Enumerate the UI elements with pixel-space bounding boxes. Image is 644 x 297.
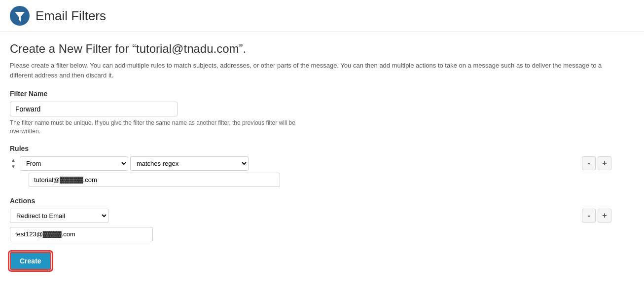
create-button[interactable]: Create	[10, 252, 51, 270]
filter-name-label: Filter Name	[10, 90, 621, 98]
actions-row: Redirect to Email Deliver to Folder Dele…	[10, 209, 582, 223]
filter-name-hint: The filter name must be unique. If you g…	[10, 119, 306, 136]
page-title: Create a New Filter for “tutorial@tnadu.…	[10, 42, 621, 56]
rules-minus-button[interactable]: -	[582, 156, 596, 170]
main-content: Create a New Filter for “tutorial@tnadu.…	[0, 32, 631, 285]
rules-arrow-down[interactable]: ▼	[10, 163, 17, 170]
action-type-select[interactable]: Redirect to Email Deliver to Folder Dele…	[10, 209, 108, 223]
filter-icon	[10, 6, 30, 26]
rule-selects: From To Subject Body Any Header matches …	[20, 156, 249, 171]
actions-label: Actions	[10, 197, 621, 205]
actions-plus-minus: - +	[582, 209, 621, 223]
actions-minus-button[interactable]: -	[582, 209, 596, 223]
rules-controls-row: ▲ ▼ From To Subject Body Any Header matc…	[10, 156, 621, 187]
rules-arrows: ▲ ▼	[10, 157, 17, 170]
rule-condition-select[interactable]: matches regex contains does not contain …	[130, 156, 249, 171]
page-description: Please create a filter below. You can ad…	[10, 61, 621, 80]
actions-controls-row: Redirect to Email Deliver to Folder Dele…	[10, 209, 621, 241]
actions-left: Redirect to Email Deliver to Folder Dele…	[10, 209, 582, 241]
rules-label: Rules	[10, 145, 621, 152]
rules-plus-button[interactable]: +	[598, 156, 611, 170]
rule-value-input[interactable]	[29, 173, 280, 187]
rule-from-select[interactable]: From To Subject Body Any Header	[20, 156, 128, 171]
page-header-title: Email Filters	[36, 8, 106, 24]
rules-arrow-up[interactable]: ▲	[10, 157, 17, 163]
actions-section: Actions Redirect to Email Deliver to Fol…	[10, 197, 621, 241]
rules-plus-minus: - +	[582, 156, 621, 170]
rule-value-row	[29, 173, 582, 187]
page-header: Email Filters	[0, 0, 644, 32]
action-value-input[interactable]	[10, 227, 153, 241]
action-value-row	[10, 227, 582, 241]
rules-row: ▲ ▼ From To Subject Body Any Header matc…	[10, 156, 582, 171]
actions-plus-button[interactable]: +	[598, 209, 611, 223]
rules-left: ▲ ▼ From To Subject Body Any Header matc…	[10, 156, 582, 187]
filter-name-input[interactable]	[10, 102, 178, 116]
rules-section: Rules ▲ ▼ From To Subject Body Any Head	[10, 145, 621, 187]
